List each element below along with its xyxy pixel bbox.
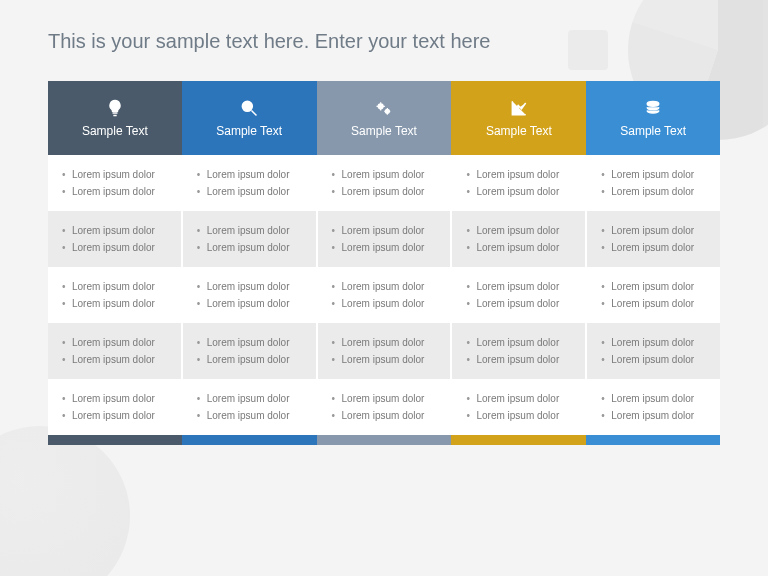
list-item: Lorem ipsum dolor	[466, 352, 577, 367]
table-cell: Lorem ipsum dolorLorem ipsum dolor	[317, 379, 452, 435]
list-item: Lorem ipsum dolor	[62, 352, 173, 367]
list-item: Lorem ipsum dolor	[332, 335, 443, 350]
table-cell: Lorem ipsum dolorLorem ipsum dolor	[451, 379, 586, 435]
layers-icon	[643, 98, 663, 118]
list-item: Lorem ipsum dolor	[62, 408, 173, 423]
list-item: Lorem ipsum dolor	[466, 240, 577, 255]
list-item: Lorem ipsum dolor	[62, 391, 173, 406]
table-cell: Lorem ipsum dolorLorem ipsum dolor	[586, 323, 720, 379]
table-cell: Lorem ipsum dolorLorem ipsum dolor	[317, 211, 452, 267]
list-item: Lorem ipsum dolor	[332, 408, 443, 423]
list-item: Lorem ipsum dolor	[466, 335, 577, 350]
column-header-0: Sample Text	[48, 81, 182, 155]
chart-icon	[509, 98, 529, 118]
list-item: Lorem ipsum dolor	[197, 223, 308, 238]
gears-icon	[374, 98, 394, 118]
table-body: Lorem ipsum dolorLorem ipsum dolorLorem …	[48, 155, 720, 435]
magnifier-icon	[239, 98, 259, 118]
table-cell: Lorem ipsum dolorLorem ipsum dolor	[586, 379, 720, 435]
list-item: Lorem ipsum dolor	[601, 408, 712, 423]
table-cell: Lorem ipsum dolorLorem ipsum dolor	[586, 211, 720, 267]
list-item: Lorem ipsum dolor	[332, 240, 443, 255]
table-cell: Lorem ipsum dolorLorem ipsum dolor	[317, 267, 452, 323]
table-cell: Lorem ipsum dolorLorem ipsum dolor	[48, 267, 182, 323]
table-cell: Lorem ipsum dolorLorem ipsum dolor	[586, 155, 720, 211]
list-item: Lorem ipsum dolor	[62, 296, 173, 311]
list-item: Lorem ipsum dolor	[332, 167, 443, 182]
table-cell: Lorem ipsum dolorLorem ipsum dolor	[182, 211, 317, 267]
list-item: Lorem ipsum dolor	[197, 184, 308, 199]
table-cell: Lorem ipsum dolorLorem ipsum dolor	[451, 267, 586, 323]
table-cell: Lorem ipsum dolorLorem ipsum dolor	[586, 267, 720, 323]
table-cell: Lorem ipsum dolorLorem ipsum dolor	[182, 379, 317, 435]
list-item: Lorem ipsum dolor	[601, 184, 712, 199]
column-header-2: Sample Text	[317, 81, 452, 155]
list-item: Lorem ipsum dolor	[466, 223, 577, 238]
list-item: Lorem ipsum dolor	[197, 296, 308, 311]
list-item: Lorem ipsum dolor	[332, 296, 443, 311]
comparison-table: Sample Text Sample Text Sample Text	[48, 81, 720, 435]
column-header-1: Sample Text	[182, 81, 317, 155]
list-item: Lorem ipsum dolor	[466, 279, 577, 294]
table-row: Lorem ipsum dolorLorem ipsum dolorLorem …	[48, 323, 720, 379]
table-cell: Lorem ipsum dolorLorem ipsum dolor	[317, 323, 452, 379]
list-item: Lorem ipsum dolor	[466, 408, 577, 423]
column-label-4: Sample Text	[620, 124, 686, 138]
table-cell: Lorem ipsum dolorLorem ipsum dolor	[451, 155, 586, 211]
list-item: Lorem ipsum dolor	[62, 279, 173, 294]
table-cell: Lorem ipsum dolorLorem ipsum dolor	[48, 155, 182, 211]
table-row: Lorem ipsum dolorLorem ipsum dolorLorem …	[48, 267, 720, 323]
column-label-3: Sample Text	[486, 124, 552, 138]
table-cell: Lorem ipsum dolorLorem ipsum dolor	[182, 323, 317, 379]
list-item: Lorem ipsum dolor	[601, 279, 712, 294]
table-header-row: Sample Text Sample Text Sample Text	[48, 81, 720, 155]
table-row: Lorem ipsum dolorLorem ipsum dolorLorem …	[48, 155, 720, 211]
svg-point-6	[647, 101, 659, 106]
list-item: Lorem ipsum dolor	[601, 296, 712, 311]
footer-accent-stripe	[48, 435, 720, 445]
list-item: Lorem ipsum dolor	[601, 352, 712, 367]
svg-point-4	[378, 104, 383, 109]
list-item: Lorem ipsum dolor	[601, 335, 712, 350]
list-item: Lorem ipsum dolor	[62, 240, 173, 255]
list-item: Lorem ipsum dolor	[466, 391, 577, 406]
column-label-0: Sample Text	[82, 124, 148, 138]
slide: This is your sample text here. Enter you…	[0, 0, 768, 576]
page-title: This is your sample text here. Enter you…	[48, 30, 720, 53]
list-item: Lorem ipsum dolor	[466, 296, 577, 311]
list-item: Lorem ipsum dolor	[332, 279, 443, 294]
table-cell: Lorem ipsum dolorLorem ipsum dolor	[317, 155, 452, 211]
table-cell: Lorem ipsum dolorLorem ipsum dolor	[48, 379, 182, 435]
list-item: Lorem ipsum dolor	[332, 352, 443, 367]
list-item: Lorem ipsum dolor	[62, 184, 173, 199]
list-item: Lorem ipsum dolor	[332, 223, 443, 238]
list-item: Lorem ipsum dolor	[601, 240, 712, 255]
list-item: Lorem ipsum dolor	[466, 184, 577, 199]
table-cell: Lorem ipsum dolorLorem ipsum dolor	[451, 323, 586, 379]
svg-line-1	[252, 111, 257, 116]
table-row: Lorem ipsum dolorLorem ipsum dolorLorem …	[48, 379, 720, 435]
table-cell: Lorem ipsum dolorLorem ipsum dolor	[182, 155, 317, 211]
table-cell: Lorem ipsum dolorLorem ipsum dolor	[48, 323, 182, 379]
column-label-2: Sample Text	[351, 124, 417, 138]
list-item: Lorem ipsum dolor	[62, 223, 173, 238]
list-item: Lorem ipsum dolor	[197, 352, 308, 367]
column-header-4: Sample Text	[586, 81, 720, 155]
list-item: Lorem ipsum dolor	[332, 391, 443, 406]
list-item: Lorem ipsum dolor	[601, 167, 712, 182]
lightbulb-icon	[105, 98, 125, 118]
list-item: Lorem ipsum dolor	[601, 223, 712, 238]
list-item: Lorem ipsum dolor	[197, 167, 308, 182]
column-header-3: Sample Text	[451, 81, 586, 155]
column-label-1: Sample Text	[216, 124, 282, 138]
table-cell: Lorem ipsum dolorLorem ipsum dolor	[182, 267, 317, 323]
list-item: Lorem ipsum dolor	[332, 184, 443, 199]
list-item: Lorem ipsum dolor	[197, 408, 308, 423]
list-item: Lorem ipsum dolor	[197, 391, 308, 406]
list-item: Lorem ipsum dolor	[601, 391, 712, 406]
list-item: Lorem ipsum dolor	[197, 240, 308, 255]
list-item: Lorem ipsum dolor	[62, 167, 173, 182]
table-cell: Lorem ipsum dolorLorem ipsum dolor	[48, 211, 182, 267]
list-item: Lorem ipsum dolor	[197, 279, 308, 294]
list-item: Lorem ipsum dolor	[466, 167, 577, 182]
